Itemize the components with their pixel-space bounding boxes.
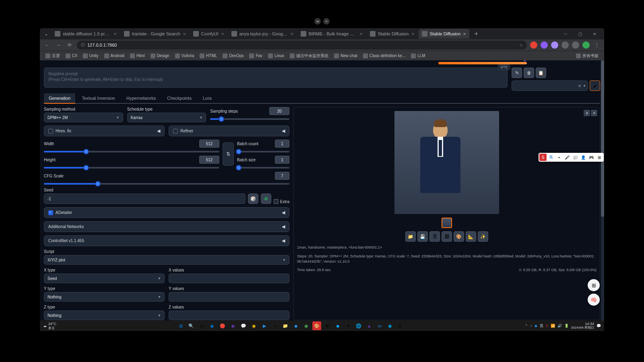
swap-dimensions-button[interactable]: ⇅ (223, 142, 234, 166)
browser-tab[interactable]: tranlate - Google Search✕ (121, 29, 189, 39)
tray-icon[interactable]: ▫ (530, 324, 532, 328)
ai-button[interactable]: 🧠 (588, 294, 600, 306)
apply-style-button[interactable]: 🖌 (590, 80, 600, 91)
back-button[interactable]: ← (43, 41, 51, 49)
tray-icon[interactable]: ◆ (535, 324, 537, 328)
interrupt-bar[interactable] (438, 62, 527, 64)
app-icon[interactable]: 🌐 (354, 321, 363, 330)
help-button[interactable]: ⊞ (588, 279, 600, 291)
all-bookmarks[interactable]: 所有书签 (574, 52, 601, 60)
edge-icon[interactable]: ◉ (208, 321, 217, 330)
bookmark[interactable]: Fav (247, 53, 265, 59)
minimize-button[interactable]: ─ (561, 29, 570, 39)
chrome-icon[interactable]: 🔴 (218, 321, 227, 330)
app-icon[interactable]: ▭ (375, 321, 384, 330)
forward-button[interactable]: → (54, 41, 62, 49)
x-type-select[interactable]: Seed▼ (44, 274, 165, 283)
close-icon[interactable]: ✕ (114, 32, 117, 36)
extension-icon[interactable] (572, 41, 579, 49)
reload-button[interactable]: ⟳ (66, 41, 74, 49)
close-window-button[interactable]: ✕ (590, 29, 599, 39)
app-icon[interactable]: ▶ (260, 321, 269, 330)
maximize-button[interactable]: ▢ (575, 29, 585, 39)
schedule-type-select[interactable]: Karras▼ (127, 113, 206, 122)
bookmark[interactable]: LLM (409, 53, 427, 59)
explorer-icon[interactable]: 📁 (281, 321, 290, 330)
ime-icon[interactable]: 👤 (580, 154, 587, 161)
bookmark[interactable]: New chat (332, 53, 360, 59)
tab-textual-inversion[interactable]: Textual Inversion (77, 93, 120, 103)
extension-icon[interactable] (561, 41, 569, 49)
extension-icon[interactable] (541, 41, 548, 49)
styles-select[interactable]: ✕ ▼ (512, 80, 588, 91)
app-icon[interactable]: 🎨 (312, 321, 321, 330)
zip-button[interactable]: 🗄 (429, 231, 440, 242)
task-view-button[interactable]: ▭ (197, 321, 206, 330)
close-icon[interactable]: ✕ (359, 32, 363, 36)
wifi-icon[interactable]: 📶 (551, 324, 555, 328)
app-icon[interactable]: ✦ (344, 321, 353, 330)
ime-toolbar[interactable]: S 英 • 🎤 📰 👤 🎮 ⊞ (539, 153, 604, 162)
close-icon[interactable]: ✕ (290, 32, 293, 36)
menu-icon[interactable]: ⋮ (593, 41, 601, 49)
sampling-steps-value[interactable]: 20 (269, 107, 289, 115)
negative-prompt-input[interactable]: Negative prompt (Press Ctrl+Enter to gen… (44, 68, 508, 88)
ime-lang-icon[interactable]: 英 (547, 154, 555, 161)
scrollbar-thumb[interactable] (601, 60, 604, 217)
extension-icon[interactable] (530, 41, 537, 49)
sampling-steps-slider[interactable] (210, 118, 289, 120)
download-icon[interactable]: ⬇ (584, 110, 590, 116)
close-icon[interactable]: ✕ (591, 110, 597, 116)
app-icon[interactable]: ◆ (291, 321, 300, 330)
send-extras-button[interactable]: 📐 (466, 231, 476, 242)
seed-input[interactable]: -1 (44, 193, 246, 204)
terminal-icon[interactable]: ▪ (270, 321, 279, 330)
z-type-select[interactable]: Nothing▼ (44, 311, 165, 320)
y-values-input[interactable] (169, 292, 289, 302)
bookmark[interactable]: 百度 (43, 52, 62, 60)
ime-mic-icon[interactable]: 🎤 (564, 154, 571, 161)
app-icon[interactable]: ◉ (386, 321, 394, 330)
browser-tab[interactable]: Stable Diffusion✕ (367, 29, 418, 39)
clear-button[interactable]: 🗑 (524, 68, 534, 78)
search-button[interactable]: 🔍 (187, 321, 196, 330)
browser-tab[interactable]: BIRME - Bulk Image Resizin✕ (297, 29, 366, 39)
bookmark[interactable]: C# (63, 53, 80, 59)
bookmark-star-icon[interactable]: ☆ (519, 43, 523, 47)
share-icon[interactable]: ⇄ (314, 18, 321, 25)
hires-fix-accordion[interactable]: Hires. fix◀ (44, 125, 165, 136)
start-button[interactable]: ⊞ (176, 321, 185, 330)
adetailer-accordion[interactable]: ADetailer◀ (44, 207, 289, 218)
taskbar-clock[interactable]: 14:34 2024/9/8 星期日 (571, 322, 594, 330)
sparkle-button[interactable]: ✨ (478, 231, 488, 242)
app-icon[interactable]: ▲ (365, 321, 374, 330)
height-slider[interactable] (44, 167, 219, 169)
browser-tab[interactable]: stable diffusion 1.5 pruned✕ (52, 29, 120, 39)
app-icon[interactable]: ◉ (229, 321, 237, 330)
bookmark[interactable]: Android (102, 53, 127, 59)
send-inpaint-button[interactable]: 🎨 (454, 231, 464, 242)
paste-button[interactable]: 📋 (536, 68, 546, 78)
cfg-slider[interactable] (44, 183, 289, 185)
batch-count-value[interactable]: 1 (275, 140, 289, 148)
tray-icon[interactable]: S (546, 324, 548, 328)
cfg-value[interactable]: 7 (275, 172, 289, 180)
ime-logo-icon[interactable]: S (539, 154, 547, 161)
close-icon[interactable]: ✕ (411, 32, 415, 36)
batch-size-slider[interactable] (237, 167, 289, 169)
close-icon[interactable]: ✕ (221, 32, 224, 36)
browser-tab-active[interactable]: Stable Diffusion✕ (419, 29, 470, 39)
tab-generation[interactable]: Generation (44, 93, 75, 104)
script-select[interactable]: X/Y/Z plot▼ (44, 255, 289, 265)
bookmark[interactable]: Linux (266, 53, 287, 59)
ime-icon[interactable]: ⊞ (596, 154, 603, 161)
random-seed-button[interactable]: 🎲 (248, 193, 258, 204)
ime-icon[interactable]: 📰 (572, 154, 579, 161)
extra-checkbox[interactable] (274, 199, 279, 204)
x-values-input[interactable] (169, 274, 289, 283)
output-thumbnail[interactable] (442, 218, 452, 228)
hires-checkbox[interactable] (48, 129, 53, 134)
tab-lora[interactable]: Lora (198, 93, 217, 103)
ime-icon[interactable]: • (555, 154, 563, 161)
open-folder-button[interactable]: 📁 (405, 231, 416, 242)
